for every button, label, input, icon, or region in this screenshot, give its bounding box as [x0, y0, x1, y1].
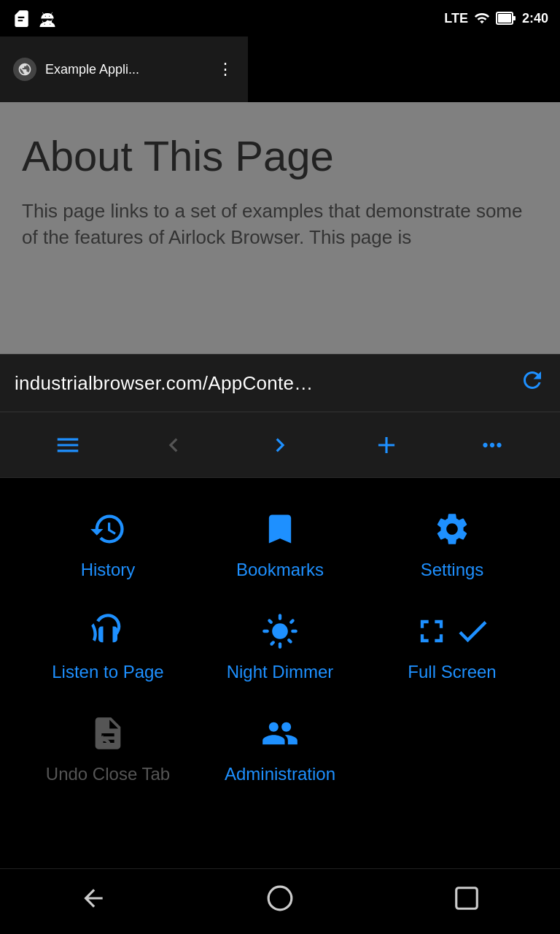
- fullscreen-icon: [413, 609, 491, 653]
- status-bar: LTE 2:40: [0, 0, 560, 36]
- address-bar[interactable]: industrialbrowser.com/AppConte…: [0, 354, 560, 412]
- tab-menu-button[interactable]: ⋮: [217, 60, 235, 79]
- toolbar: [0, 412, 560, 478]
- settings-label: Settings: [421, 560, 484, 580]
- svg-point-4: [268, 887, 292, 910]
- night-icon: [261, 609, 299, 653]
- undo-close-icon: [89, 711, 127, 755]
- tab-bar[interactable]: Example Appli... ⋮: [0, 36, 248, 102]
- listen-label: Listen to Page: [52, 662, 163, 682]
- web-page-body: This page links to a set of examples tha…: [22, 198, 538, 251]
- menu-button[interactable]: [39, 424, 96, 466]
- signal-icon: [474, 10, 490, 26]
- menu-item-history[interactable]: History: [35, 507, 181, 580]
- history-icon: [89, 507, 127, 551]
- reload-button[interactable]: [519, 367, 545, 400]
- tab-title: Example Appli...: [45, 62, 209, 77]
- more-button[interactable]: [464, 424, 521, 466]
- listen-icon: [89, 609, 127, 653]
- new-tab-button[interactable]: [358, 424, 415, 466]
- menu-grid: History Bookmarks Settings: [0, 478, 560, 814]
- svg-rect-5: [456, 888, 478, 909]
- admin-label: Administration: [225, 764, 335, 784]
- menu-row-3: Undo Close Tab Administration: [0, 697, 560, 799]
- night-label: Night Dimmer: [227, 662, 334, 682]
- nav-home-button[interactable]: [244, 877, 316, 926]
- forward-button[interactable]: [252, 424, 308, 466]
- battery-icon: [496, 10, 516, 26]
- back-button[interactable]: [145, 424, 202, 466]
- svg-rect-2: [513, 16, 516, 20]
- menu-item-admin[interactable]: Administration: [207, 711, 353, 784]
- url-display[interactable]: industrialbrowser.com/AppConte…: [15, 372, 508, 395]
- menu-item-undo-close[interactable]: Undo Close Tab: [35, 711, 181, 784]
- menu-item-night[interactable]: Night Dimmer: [207, 609, 353, 682]
- android-icon: [38, 9, 57, 28]
- sim-icon: [12, 9, 31, 28]
- status-bar-right: LTE 2:40: [444, 10, 548, 26]
- menu-item-bookmarks[interactable]: Bookmarks: [207, 507, 353, 580]
- menu-item-fullscreen[interactable]: Full Screen: [379, 609, 525, 682]
- status-bar-left: [12, 9, 57, 28]
- menu-row-1: History Bookmarks Settings: [0, 493, 560, 595]
- nav-recent-button[interactable]: [431, 877, 502, 926]
- menu-row-2: Listen to Page Night Dimmer Full Screen: [0, 595, 560, 697]
- admin-icon: [261, 711, 299, 755]
- bookmarks-icon: [261, 507, 299, 551]
- web-content: About This Page This page links to a set…: [0, 102, 560, 354]
- bottom-nav: [0, 868, 560, 934]
- tab-favicon: [13, 58, 36, 81]
- svg-rect-1: [498, 14, 511, 23]
- menu-item-listen[interactable]: Listen to Page: [35, 609, 181, 682]
- settings-icon: [433, 507, 471, 551]
- undo-close-label: Undo Close Tab: [46, 764, 170, 784]
- time-label: 2:40: [522, 11, 548, 26]
- nav-back-button[interactable]: [58, 877, 129, 926]
- web-page-title: About This Page: [22, 131, 538, 180]
- menu-item-settings[interactable]: Settings: [379, 507, 525, 580]
- network-label: LTE: [444, 11, 468, 26]
- fullscreen-label: Full Screen: [408, 662, 496, 682]
- bookmarks-label: Bookmarks: [236, 560, 324, 580]
- history-label: History: [81, 560, 136, 580]
